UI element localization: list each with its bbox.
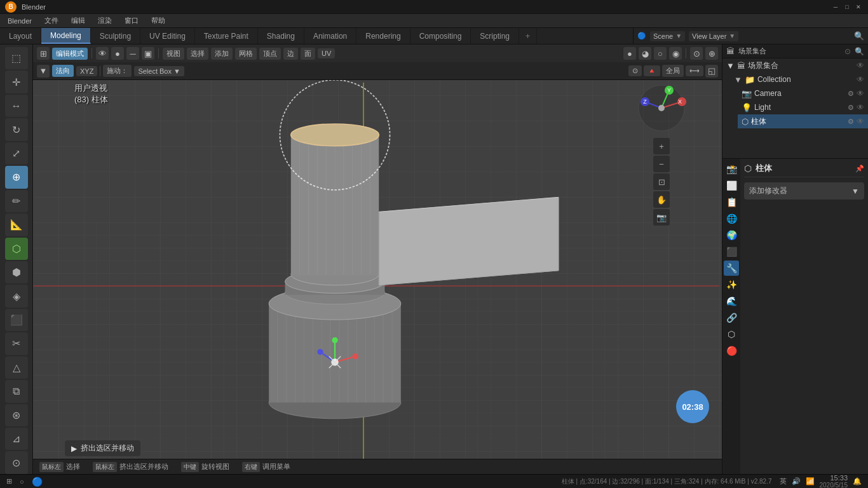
viewport-select-menu[interactable]: 选择 xyxy=(187,48,208,60)
tab-compositing[interactable]: Compositing xyxy=(410,28,471,44)
tab-texture-paint[interactable]: Texture Paint xyxy=(195,28,258,44)
props-tab-modifier[interactable]: 🔧 xyxy=(724,261,739,276)
outliner-collection[interactable]: ▼ 📁 Collection 👁 xyxy=(730,72,868,86)
props-tab-data[interactable]: ⬡ xyxy=(724,327,739,342)
select-tool[interactable]: ⬚ xyxy=(5,47,28,69)
viewport-shading-solid[interactable]: ● xyxy=(623,47,636,60)
tab-uv-editing[interactable]: UV Editing xyxy=(140,28,195,44)
outliner-eye-light[interactable]: 👁 xyxy=(857,103,864,112)
menu-file[interactable]: 文件 xyxy=(42,15,61,27)
windows-start[interactable]: ⊞ xyxy=(6,477,12,485)
tab-shading[interactable]: Shading xyxy=(258,28,304,44)
viewport-shading-material[interactable]: ◕ xyxy=(639,47,651,60)
normal-orientation[interactable]: 法向 xyxy=(52,65,74,77)
smooth-tool[interactable]: ⊛ xyxy=(5,404,28,426)
scene-selector[interactable]: Scene ▼ xyxy=(650,31,685,41)
props-tab-output[interactable]: ⬜ xyxy=(724,178,739,193)
outliner-eye-scene[interactable]: 👁 xyxy=(857,61,864,70)
menu-render[interactable]: 渲染 xyxy=(95,15,114,27)
transform-tool[interactable]: ⊕ xyxy=(5,166,28,188)
tab-layout[interactable]: Layout xyxy=(0,28,41,44)
select-mode-edge[interactable]: ─ xyxy=(126,47,139,60)
outliner-scene-collection[interactable]: ▼ 🏛 场景集合 👁 xyxy=(722,58,868,72)
props-tab-physics[interactable]: 🌊 xyxy=(724,294,739,309)
xray-toggle[interactable]: ◱ xyxy=(705,65,718,78)
bevel-tool[interactable]: ◈ xyxy=(5,285,28,307)
measure-tool[interactable]: 📐 xyxy=(5,214,28,236)
props-tab-render[interactable]: 📸 xyxy=(724,161,739,177)
annotate-tool[interactable]: ✏ xyxy=(5,190,28,212)
viewport-view-menu[interactable]: 视图 xyxy=(163,48,184,60)
outliner-eye-collection[interactable]: 👁 xyxy=(857,75,864,84)
props-tab-scene[interactable]: 🌐 xyxy=(724,211,739,226)
menu-help[interactable]: 帮助 xyxy=(149,15,168,27)
rotate-tool[interactable]: ↻ xyxy=(5,118,28,140)
outliner-eye-camera[interactable]: 👁 xyxy=(857,89,864,98)
viewport-edge-menu[interactable]: 边 xyxy=(283,48,298,60)
select-mode-vertex[interactable]: ● xyxy=(111,47,124,60)
outliner-light-settings[interactable]: ⚙ xyxy=(848,104,854,112)
gizmos-icon[interactable]: ⊕ xyxy=(705,47,718,60)
inset-tool[interactable]: ⬢ xyxy=(5,261,28,283)
props-tab-particles[interactable]: ✨ xyxy=(724,277,739,292)
snap-toggle[interactable]: 🔺 xyxy=(644,65,660,76)
tab-add[interactable]: + xyxy=(519,28,537,44)
viewport-3d[interactable]: ⊞ 编辑模式 👁 ● ─ ▣ 视图 选择 添加 网格 顶点 边 面 UV ● ◕… xyxy=(33,44,722,474)
poly-build-tool[interactable]: △ xyxy=(5,356,28,379)
menu-edit[interactable]: 编辑 xyxy=(69,15,88,27)
viewport-shading-eevee[interactable]: ◉ xyxy=(669,47,682,60)
proportional-edit[interactable]: ⊙ xyxy=(628,65,642,76)
shrink-fatten-tool[interactable]: ⊙ xyxy=(5,451,28,473)
search-icon[interactable]: 🔍 xyxy=(854,31,864,41)
outliner-search-icon[interactable]: 🔍 xyxy=(855,47,864,56)
add-modifier-btn[interactable]: 添加修改器 ▼ xyxy=(744,182,864,200)
viewlayer-selector[interactable]: View Layer ▼ xyxy=(689,31,738,41)
close-button[interactable]: ✕ xyxy=(854,3,863,11)
view-options-icon[interactable]: 👁 xyxy=(96,47,109,60)
tab-rendering[interactable]: Rendering xyxy=(356,28,410,44)
mirror-btn[interactable]: ⟷ xyxy=(686,65,703,76)
xyz-orientation[interactable]: XYZ xyxy=(76,66,97,76)
zoom-extent-btn[interactable]: ⊡ xyxy=(653,173,670,190)
extrude-tool[interactable]: ⬡ xyxy=(5,238,28,260)
loop-cut-tool[interactable]: ⬛ xyxy=(5,309,28,331)
tab-scripting[interactable]: Scripting xyxy=(471,28,519,44)
edge-slide-tool[interactable]: ⊿ xyxy=(5,428,28,450)
tab-sculpting[interactable]: Sculpting xyxy=(91,28,140,44)
restore-button[interactable]: □ xyxy=(843,3,851,11)
edit-mode-btn[interactable]: 编辑模式 xyxy=(52,48,88,60)
viewport-uv-menu[interactable]: UV xyxy=(318,48,335,58)
viewport-face-menu[interactable]: 面 xyxy=(301,48,315,60)
viewport-vertex-menu[interactable]: 顶点 xyxy=(259,48,281,60)
minimize-button[interactable]: ─ xyxy=(831,3,840,11)
knife-tool[interactable]: ✂ xyxy=(5,332,28,355)
select-box-btn[interactable]: Select Box ▼ xyxy=(134,66,184,76)
taskbar-blender[interactable]: 🔵 xyxy=(32,477,43,487)
overlays-icon[interactable]: ⊙ xyxy=(690,47,703,60)
tool-dropdown-icon[interactable]: ▼ xyxy=(37,65,50,78)
select-mode-face[interactable]: ▣ xyxy=(142,47,154,60)
tab-animation[interactable]: Animation xyxy=(304,28,356,44)
props-tab-object[interactable]: ⬛ xyxy=(724,244,739,259)
snap-global[interactable]: 全局 xyxy=(662,65,684,77)
menu-window[interactable]: 窗口 xyxy=(122,15,141,27)
viewport-add-menu[interactable]: 添加 xyxy=(211,48,233,60)
props-tab-material[interactable]: 🔴 xyxy=(724,343,739,358)
move-tool[interactable]: ↔ xyxy=(5,95,28,117)
pan-btn[interactable]: ✋ xyxy=(653,191,670,208)
viewport-mesh-menu[interactable]: 网格 xyxy=(235,48,257,60)
outliner-filter-icon[interactable]: ⊙ xyxy=(844,47,851,56)
props-tab-constraints[interactable]: 🔗 xyxy=(724,310,739,325)
outliner-light[interactable]: 💡 Light ⚙ 👁 xyxy=(738,100,868,114)
outliner-camera-settings[interactable]: ⚙ xyxy=(848,90,854,98)
zoom-in-btn[interactable]: + xyxy=(653,138,670,154)
props-tab-world[interactable]: 🌍 xyxy=(724,227,739,243)
outliner-camera[interactable]: 📷 Camera ⚙ 👁 xyxy=(738,86,868,100)
viewport-shading-rendered[interactable]: ○ xyxy=(654,47,667,60)
props-tab-view[interactable]: 📋 xyxy=(724,194,739,210)
mode-menu-icon[interactable]: ⊞ xyxy=(37,47,50,60)
props-pin-icon[interactable]: 📌 xyxy=(855,165,864,173)
tab-modeling[interactable]: Modeling xyxy=(41,28,91,44)
notifications-icon[interactable]: 🔔 xyxy=(853,477,862,485)
outliner-cylinder[interactable]: ⬡ 柱体 ⚙ 👁 xyxy=(738,114,868,128)
